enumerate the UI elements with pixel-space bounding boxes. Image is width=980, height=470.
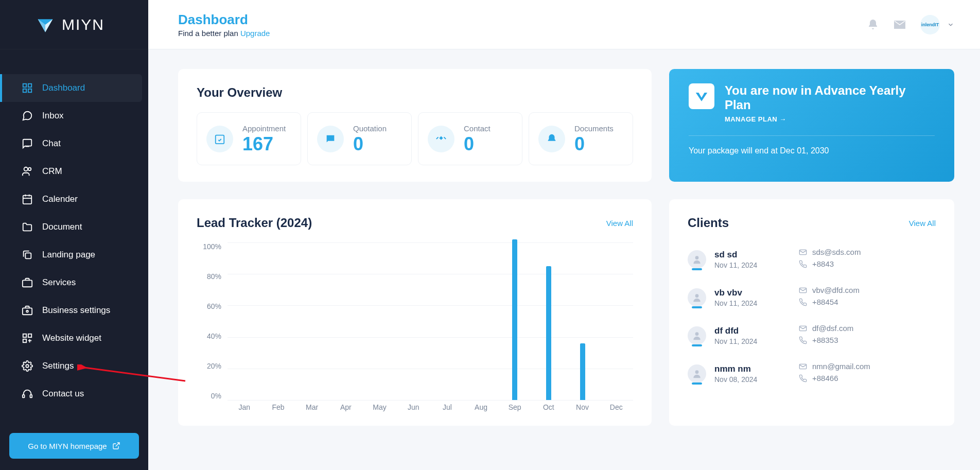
stat-value: 0 xyxy=(464,135,491,153)
stat-value: 0 xyxy=(353,135,387,153)
bar-sep xyxy=(512,239,517,400)
sidebar-item-business-settings[interactable]: Business settings xyxy=(0,297,148,324)
sidebar-item-label: Calender xyxy=(42,194,78,204)
avatar: inlendIT xyxy=(920,15,940,34)
stat-label: Documents xyxy=(574,124,614,133)
sidebar-item-dashboard[interactable]: Dashboard xyxy=(0,74,142,102)
client-phone: +88353 xyxy=(812,336,838,344)
avatar-icon xyxy=(688,326,706,345)
go-homepage-label: Go to MIYN homepage xyxy=(28,442,107,450)
x-label: Jul xyxy=(430,403,464,415)
avatar-icon xyxy=(688,250,706,269)
clients-title: Clients xyxy=(688,216,729,230)
x-label: Jan xyxy=(227,403,261,415)
sidebar-item-label: Inbox xyxy=(42,111,64,121)
widget-icon xyxy=(22,333,33,344)
mail-icon xyxy=(799,286,807,294)
lead-viewall-link[interactable]: View All xyxy=(606,219,633,228)
bell-icon[interactable] xyxy=(867,19,879,31)
sidebar: MIYN DashboardInboxChatCRMCalenderDocume… xyxy=(0,0,148,470)
manage-plan-link[interactable]: MANAGE PLAN → xyxy=(725,115,935,123)
page-title: Dashboard xyxy=(178,12,867,28)
clients-viewall-link[interactable]: View All xyxy=(909,219,936,228)
phone-icon xyxy=(799,374,807,382)
plan-title: You are now in Advance Yearly Plan xyxy=(725,83,935,112)
x-label: Aug xyxy=(464,403,498,415)
stat-label: Contact xyxy=(464,124,491,133)
svg-rect-14 xyxy=(23,334,26,337)
svg-rect-24 xyxy=(216,135,224,144)
svg-point-19 xyxy=(26,364,29,368)
mail-icon xyxy=(799,324,807,333)
content: Your Overview Appointment167Quotation0Co… xyxy=(148,49,980,470)
stat-contact[interactable]: Contact0 xyxy=(418,112,522,165)
plan-expiry: Your package will end at Dec 01, 2030 xyxy=(689,146,935,155)
plan-diamond-icon xyxy=(689,83,714,109)
sidebar-item-chat[interactable]: Chat xyxy=(0,130,148,158)
stat-quotation[interactable]: Quotation0 xyxy=(307,112,412,165)
sidebar-item-label: Contact us xyxy=(42,389,84,399)
message-icon xyxy=(22,110,33,121)
y-tick: 0% xyxy=(197,392,227,400)
handshake-icon xyxy=(428,126,454,152)
svg-rect-11 xyxy=(23,280,32,287)
svg-rect-6 xyxy=(23,196,32,204)
sidebar-item-services[interactable]: Services xyxy=(0,269,148,297)
overview-title: Your Overview xyxy=(197,85,633,100)
stat-documents[interactable]: Documents0 xyxy=(529,112,633,165)
brand-logo[interactable]: MIYN xyxy=(0,0,148,49)
upgrade-link[interactable]: Upgrade xyxy=(240,29,270,38)
folder-icon xyxy=(22,221,33,233)
stat-appointment[interactable]: Appointment167 xyxy=(197,112,301,165)
overview-card: Your Overview Appointment167Quotation0Co… xyxy=(178,69,652,182)
sidebar-item-contact-us[interactable]: Contact us xyxy=(0,380,148,408)
sidebar-item-website-widget[interactable]: Website widget xyxy=(0,324,148,352)
client-row[interactable]: df dfdNov 11, 2024df@dsf.com+88353 xyxy=(688,317,936,355)
sidebar-item-label: Settings xyxy=(42,361,74,371)
plan-card: You are now in Advance Yearly Plan MANAG… xyxy=(669,69,954,182)
sidebar-item-label: Dashboard xyxy=(42,83,85,93)
sidebar-item-label: Services xyxy=(42,277,76,288)
x-label: May xyxy=(363,403,397,415)
svg-rect-1 xyxy=(28,84,31,87)
x-label: Nov xyxy=(566,403,600,415)
x-label: Mar xyxy=(295,403,329,415)
sidebar-item-settings[interactable]: Settings xyxy=(0,352,148,380)
client-row[interactable]: nmm nmNov 08, 2024nmn@gmail.com+88466 xyxy=(688,355,936,393)
lead-tracker-card: Lead Tracker (2024) View All 100%80%60%4… xyxy=(178,199,652,426)
gear-icon xyxy=(22,360,33,372)
briefcase-gear-icon xyxy=(22,305,33,316)
client-date: Nov 11, 2024 xyxy=(714,261,791,269)
sidebar-item-inbox[interactable]: Inbox xyxy=(0,102,148,130)
client-date: Nov 11, 2024 xyxy=(714,299,791,307)
go-homepage-button[interactable]: Go to MIYN homepage xyxy=(9,433,139,459)
client-row[interactable]: sd sdNov 11, 2024sds@sds.com+8843 xyxy=(688,240,936,278)
client-row[interactable]: vb vbvNov 11, 2024vbv@dfd.com+88454 xyxy=(688,278,936,317)
client-phone: +88466 xyxy=(812,374,838,382)
sidebar-item-calender[interactable]: Calender xyxy=(0,185,148,213)
calendar-check-icon xyxy=(206,126,233,152)
x-label: Feb xyxy=(261,403,295,415)
sidebar-item-label: CRM xyxy=(42,166,62,177)
svg-point-29 xyxy=(695,332,699,336)
svg-rect-0 xyxy=(23,84,26,87)
chat-icon xyxy=(22,138,33,149)
client-email: nmn@gmail.com xyxy=(812,362,870,371)
client-name: df dfd xyxy=(714,326,791,336)
sidebar-item-label: Landing page xyxy=(42,250,95,260)
client-phone: +88454 xyxy=(812,298,838,306)
chevron-down-icon xyxy=(947,21,954,28)
clients-card: Clients View All sd sdNov 11, 2024sds@sd… xyxy=(669,199,954,426)
mail-icon[interactable] xyxy=(894,19,906,31)
sidebar-item-label: Chat xyxy=(42,138,61,149)
user-menu[interactable]: inlendIT xyxy=(920,15,954,34)
sidebar-item-crm[interactable]: CRM xyxy=(0,158,148,185)
quote-icon xyxy=(317,126,344,152)
svg-line-22 xyxy=(115,443,119,446)
sidebar-item-document[interactable]: Document xyxy=(0,213,148,241)
svg-rect-15 xyxy=(28,334,31,337)
bar-nov xyxy=(580,343,585,400)
sidebar-item-landing-page[interactable]: Landing page xyxy=(0,241,148,269)
copy-icon xyxy=(22,249,33,260)
client-date: Nov 11, 2024 xyxy=(714,337,791,345)
